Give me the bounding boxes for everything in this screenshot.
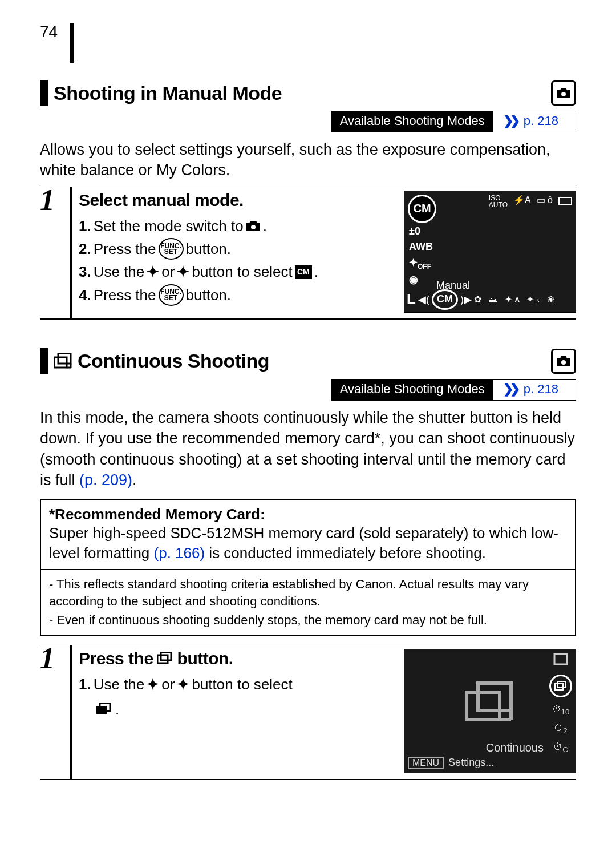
camera-mode-icon <box>551 349 576 374</box>
double-chevron-icon: ❯❯ <box>503 382 517 396</box>
available-modes-row-2: Available Shooting Modes ❯❯ p. 218 <box>40 379 576 401</box>
available-modes-label: Available Shooting Modes <box>332 111 493 132</box>
substep-4: 4. Press the FUNC. SET button. <box>79 284 397 306</box>
step-number: 1 <box>40 645 72 779</box>
substep-1: 1. Use the ✦ or ✦ button to select <box>79 673 397 696</box>
svg-point-0 <box>561 92 566 96</box>
camera-mode-icon <box>551 80 576 106</box>
lcd-flash-auto: ⚡A <box>513 195 531 208</box>
available-modes-link[interactable]: ❯❯ p. 218 <box>493 111 576 132</box>
substep-num: 3. <box>79 260 91 283</box>
lcd-big-continuous-icon <box>464 681 516 726</box>
continuous-select-icon <box>96 703 113 716</box>
substep-text: button to select <box>192 260 292 283</box>
substep-num: 1. <box>79 215 91 237</box>
available-modes-link[interactable]: ❯❯ p. 218 <box>493 380 576 400</box>
lcd-mycolors-off: ✦OFF <box>409 256 433 271</box>
svg-rect-11 <box>467 692 500 720</box>
lcd-cm-selected: CM <box>432 289 458 310</box>
mode-switch-camera-icon <box>246 220 261 232</box>
substep-text: Press the <box>94 284 156 306</box>
lcd-battery-icon <box>558 197 572 205</box>
lcd-continuous-label: Continuous <box>486 741 544 754</box>
substep-3: 3. Use the ✦ or ✦ button to select CM . <box>79 260 397 283</box>
svg-rect-8 <box>161 652 171 660</box>
step-title: Select manual mode. <box>79 191 397 210</box>
section-2-title: Continuous Shooting <box>78 350 269 372</box>
substep-text: or <box>161 260 175 283</box>
lcd-frame-icon: ▭ ô <box>537 195 553 208</box>
section-2-intro: In this mode, the camera shoots continuo… <box>40 407 576 491</box>
substep-text: Use the <box>94 673 145 696</box>
substep-text: Press the <box>94 237 156 260</box>
right-arrow-icon: ✦ <box>177 260 189 283</box>
lcd-preview-continuous: ⏱10 ⏱2 ⏱C Continuous MENU Settings... <box>404 649 576 773</box>
page-number: 74 <box>40 23 74 63</box>
step-title: Press the button. <box>79 649 397 668</box>
modes-link-text: p. 218 <box>524 382 558 396</box>
svg-point-6 <box>561 360 566 365</box>
intro-part-b: . <box>132 471 137 488</box>
lcd-timer-2-icon: ⏱2 <box>554 723 567 735</box>
continuous-shooting-icon <box>54 353 74 370</box>
lcd-awb: AWB <box>409 241 433 253</box>
lcd-cm-circle: CM <box>408 195 436 223</box>
heading-accent-bar <box>40 348 48 374</box>
section-1-heading: Shooting in Manual Mode <box>40 80 576 106</box>
lcd-mode-icons: ✿ ⛰ ✦ᴀ ✦ₛ ❀ <box>474 294 557 305</box>
substep-tail: button. <box>186 284 232 306</box>
lcd-timer-10-icon: ⏱10 <box>552 704 570 716</box>
substep-tail: . <box>115 698 119 721</box>
substep-text: Use the <box>94 260 145 283</box>
page-header: 74 <box>40 23 576 63</box>
svg-point-1 <box>251 225 256 229</box>
func-set-button-icon: FUNC. SET <box>159 238 184 260</box>
substep-num: 2. <box>79 237 91 260</box>
lcd-single-icon <box>553 653 568 668</box>
lcd-left-paren: ◀( <box>418 293 429 306</box>
func-set-button-icon: FUNC. SET <box>159 284 184 306</box>
lcd-settings-text: Settings... <box>448 757 494 769</box>
section-2-heading: Continuous Shooting <box>40 348 576 374</box>
substep-2: 2. Press the FUNC. SET button. <box>79 237 397 260</box>
substep-1: 1. Set the mode switch to . <box>79 215 397 237</box>
svg-rect-12 <box>478 683 511 710</box>
substep-num: 4. <box>79 284 91 306</box>
section-1-step-block: 1 Select manual mode. 1. Set the mode sw… <box>40 187 576 320</box>
substep-tail: button. <box>186 237 232 260</box>
page-166-link[interactable]: (p. 166) <box>154 544 205 562</box>
up-arrow-icon: ✦ <box>147 673 159 696</box>
lcd-menu-box: MENU <box>408 757 444 769</box>
note-divider <box>41 569 575 570</box>
note-title: *Recommended Memory Card: <box>49 506 567 523</box>
down-arrow-icon: ✦ <box>177 673 189 696</box>
substep-num: 1. <box>79 673 91 696</box>
note-body-b: is conducted immediately before shooting… <box>205 544 486 562</box>
cm-mode-icon: CM <box>295 265 312 279</box>
step-number: 1 <box>40 187 72 318</box>
modes-link-text: p. 218 <box>524 114 558 128</box>
section-1-intro: Allows you to select settings yourself, … <box>40 139 576 181</box>
substep-text: button to select <box>192 673 292 696</box>
section-2-step-block: 1 Press the button. 1. Use the <box>40 645 576 780</box>
svg-rect-3 <box>58 353 71 364</box>
svg-rect-15 <box>554 654 567 664</box>
lcd-continuous-selected <box>549 675 572 697</box>
lcd-iso: ISOAUTO <box>489 195 508 208</box>
substep-1-cont: . <box>79 698 397 721</box>
available-modes-row-1: Available Shooting Modes ❯❯ p. 218 <box>40 111 576 132</box>
section-1-title: Shooting in Manual Mode <box>54 82 282 104</box>
svg-rect-17 <box>558 681 566 688</box>
double-chevron-icon: ❯❯ <box>503 114 517 128</box>
lcd-metering: ◉ <box>409 273 433 286</box>
available-modes-label: Available Shooting Modes <box>332 380 493 400</box>
left-arrow-icon: ✦ <box>147 260 159 283</box>
page-209-link[interactable]: (p. 209) <box>79 471 132 488</box>
substep-tail: . <box>314 260 318 283</box>
lcd-size-l: L <box>407 290 416 308</box>
svg-rect-7 <box>157 655 168 663</box>
lcd-ev: ±0 <box>409 225 433 237</box>
recommended-card-note: *Recommended Memory Card: Super high-spe… <box>40 499 576 636</box>
lcd-preview-manual: CM ±0 AWB ✦OFF ◉ ISOAUTO ⚡A ▭ ô Manual <box>404 191 576 313</box>
svg-rect-2 <box>54 357 67 368</box>
